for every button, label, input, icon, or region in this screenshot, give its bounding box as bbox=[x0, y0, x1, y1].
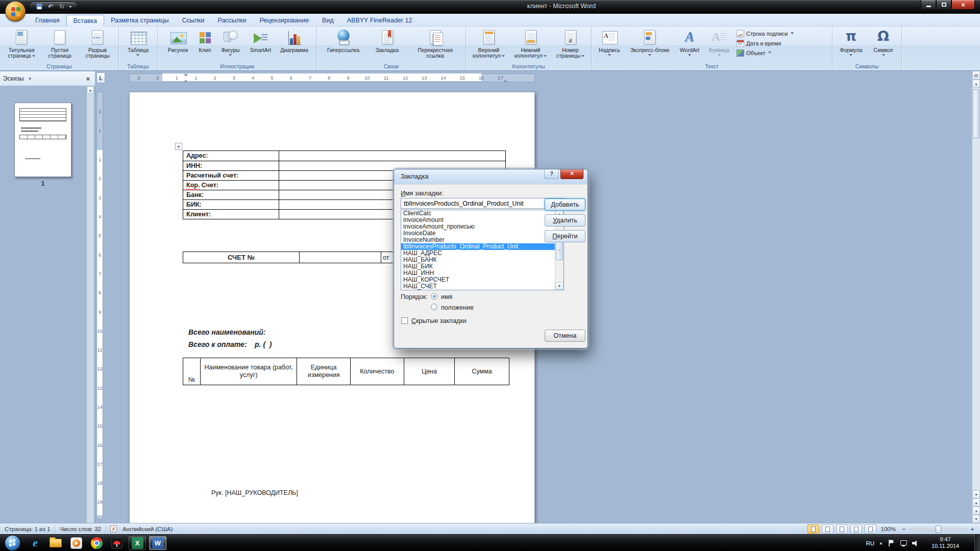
office-button[interactable] bbox=[5, 1, 26, 21]
vertical-scrollbar[interactable]: ▤ ▲ ▼ ▲ ● ▼ bbox=[972, 71, 980, 523]
chart-button[interactable]: Диаграмма bbox=[277, 28, 312, 54]
zoom-out-button[interactable]: − bbox=[900, 526, 908, 532]
footer-button[interactable]: Нижний колонтитул bbox=[510, 28, 552, 59]
quick-parts-button[interactable]: Экспресс-блоки bbox=[625, 28, 674, 58]
delete-bookmark-button[interactable]: Удалить bbox=[545, 214, 585, 227]
scroll-up-icon[interactable]: ▲ bbox=[87, 86, 94, 94]
bookmark-list-item[interactable]: НАШ_СЧЕТ bbox=[401, 283, 564, 290]
table-move-handle[interactable]: + bbox=[175, 143, 182, 150]
ribbon-tab[interactable]: Разметка страницы bbox=[104, 15, 175, 27]
word-count[interactable]: Число слов: 32 bbox=[55, 525, 106, 533]
undo-button[interactable]: ↶ bbox=[46, 3, 55, 11]
header-button[interactable]: Верхний колонтитул bbox=[468, 28, 510, 59]
object-button[interactable]: Объект bbox=[737, 48, 794, 57]
table-button[interactable]: Таблица bbox=[122, 28, 155, 58]
ribbon-tab[interactable]: ABBYY FineReader 12 bbox=[340, 15, 419, 27]
sort-by-name-radio[interactable] bbox=[431, 293, 437, 299]
date-time-button[interactable]: Дата и время bbox=[737, 39, 794, 47]
web-layout-view-button[interactable] bbox=[836, 524, 848, 534]
zoom-level[interactable]: 100% bbox=[881, 526, 896, 532]
page-number-button[interactable]: # Номер страницы bbox=[552, 28, 590, 59]
signature-line-icon bbox=[737, 30, 744, 37]
list-scrollbar-thumb[interactable]: ≡ bbox=[556, 240, 563, 260]
thumbnails-dropdown-icon[interactable]: ▼ bbox=[28, 77, 32, 81]
hidden-bookmarks-checkbox[interactable] bbox=[401, 317, 408, 324]
save-button[interactable] bbox=[35, 3, 43, 11]
goto-bookmark-button[interactable]: Перейти bbox=[545, 230, 585, 242]
antivirus-icon[interactable] bbox=[108, 536, 126, 550]
browse-next-button[interactable]: ▼ bbox=[972, 515, 980, 523]
dialog-close-button[interactable]: × bbox=[560, 169, 583, 179]
qat-customize-arrow[interactable] bbox=[69, 6, 72, 9]
zoom-slider-thumb[interactable] bbox=[936, 525, 941, 533]
hyperlink-button[interactable]: Гиперссылка bbox=[320, 28, 367, 54]
symbol-button[interactable]: Ω Символ bbox=[868, 28, 899, 58]
browse-previous-button[interactable]: ▲ bbox=[972, 498, 980, 507]
page-thumbnail[interactable] bbox=[14, 103, 71, 177]
equation-button[interactable]: π Формула bbox=[835, 28, 868, 58]
sort-by-location-radio[interactable] bbox=[431, 304, 437, 310]
media-player-icon[interactable] bbox=[67, 536, 85, 550]
ribbon-tab[interactable]: Вставка bbox=[66, 15, 104, 27]
network-icon[interactable] bbox=[900, 540, 908, 546]
proofing-error-icon[interactable]: ✗ bbox=[110, 525, 117, 532]
hidden-bookmarks-label[interactable]: Скрытые закладки bbox=[411, 317, 467, 324]
thumbnails-close-button[interactable]: × bbox=[84, 75, 92, 83]
excel-taskbar-button[interactable]: X bbox=[129, 536, 146, 550]
minimize-button[interactable] bbox=[921, 0, 936, 10]
picture-icon bbox=[169, 29, 187, 46]
zoom-slider[interactable] bbox=[910, 528, 966, 530]
cancel-button[interactable]: Отмена bbox=[545, 330, 585, 342]
wordart-button[interactable]: A WordArt bbox=[674, 28, 705, 58]
sort-by-location-label[interactable]: положение bbox=[441, 304, 474, 311]
volume-icon[interactable] bbox=[912, 540, 920, 546]
print-layout-view-button[interactable] bbox=[807, 524, 819, 534]
tray-expand-icon[interactable]: ▲ bbox=[879, 541, 883, 545]
signature-line-button[interactable]: Строка подписи bbox=[737, 29, 794, 38]
ribbon-tab[interactable]: Рассылки bbox=[211, 15, 253, 27]
draft-view-button[interactable] bbox=[865, 524, 876, 534]
start-button[interactable] bbox=[5, 536, 20, 550]
maximize-button[interactable] bbox=[936, 0, 951, 10]
page-break-button[interactable]: Разрыв страницы bbox=[79, 28, 116, 59]
bookmark-button[interactable]: Закладка bbox=[367, 28, 408, 54]
blank-page-button[interactable]: Пустая страница bbox=[41, 28, 79, 59]
clipart-button[interactable]: Клип bbox=[194, 28, 216, 54]
ribbon-tab[interactable]: Вид bbox=[315, 15, 340, 27]
ribbon-tab[interactable]: Ссылки bbox=[175, 15, 211, 27]
close-button[interactable]: × bbox=[951, 0, 975, 10]
scroll-down-icon[interactable]: ▼ bbox=[555, 282, 564, 290]
outline-view-button[interactable] bbox=[850, 524, 862, 534]
internet-explorer-icon[interactable]: e bbox=[27, 536, 44, 550]
ruler-toggle-button[interactable]: ▤ bbox=[972, 71, 980, 80]
taskbar-clock[interactable]: 9:47 10.11.2014 bbox=[923, 536, 968, 549]
thumbnails-scrollbar[interactable]: ▲ bbox=[86, 86, 94, 523]
cross-reference-button[interactable]: Перекрестная ссылка bbox=[408, 28, 463, 59]
add-bookmark-button[interactable]: Добавить bbox=[545, 198, 585, 211]
sort-by-name-label[interactable]: имя bbox=[441, 293, 452, 300]
action-center-icon[interactable] bbox=[888, 540, 895, 546]
shapes-button[interactable]: Фигуры bbox=[216, 28, 245, 58]
text-box-button[interactable]: A Надпись bbox=[594, 28, 625, 58]
full-screen-view-button[interactable] bbox=[822, 524, 834, 534]
ribbon-tab[interactable]: Главная bbox=[29, 15, 66, 27]
file-explorer-icon[interactable] bbox=[47, 536, 64, 550]
word-taskbar-button[interactable]: W bbox=[149, 536, 166, 550]
dialog-help-button[interactable]: ? bbox=[544, 169, 559, 179]
picture-button[interactable]: Рисунок bbox=[162, 28, 194, 54]
language-indicator[interactable]: Английский (США) bbox=[118, 525, 178, 533]
scroll-up-button[interactable]: ▲ bbox=[972, 80, 980, 88]
page-indicator[interactable]: Страница: 1 из 1 bbox=[0, 525, 55, 533]
scroll-down-button[interactable]: ▼ bbox=[972, 490, 980, 498]
language-switcher[interactable]: RU bbox=[866, 540, 874, 546]
zoom-in-button[interactable]: + bbox=[969, 526, 976, 532]
smartart-button[interactable]: SmartArt bbox=[245, 28, 277, 54]
chrome-icon[interactable] bbox=[88, 536, 105, 550]
ribbon-tab[interactable]: Рецензирование bbox=[253, 15, 316, 27]
cover-page-button[interactable]: Титульная страница bbox=[2, 28, 41, 59]
bookmark-name-input[interactable] bbox=[401, 198, 564, 209]
scrollbar-thumb[interactable] bbox=[973, 89, 979, 138]
show-desktop-button[interactable] bbox=[974, 535, 980, 551]
select-browse-object-button[interactable]: ● bbox=[972, 507, 980, 515]
redo-button[interactable]: ↻ bbox=[58, 3, 66, 11]
